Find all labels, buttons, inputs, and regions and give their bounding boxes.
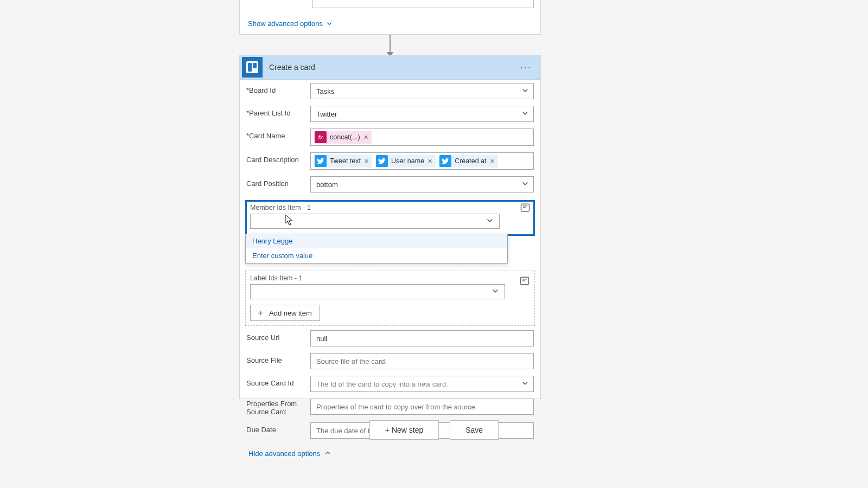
label-source-file: Source File xyxy=(246,353,310,364)
parent-list-value: Twitter xyxy=(316,110,337,118)
hide-advanced-label: Hide advanced options xyxy=(248,450,320,458)
chevron-up-icon xyxy=(324,450,331,458)
source-url-value: null xyxy=(316,335,327,343)
board-select[interactable]: Tasks xyxy=(310,83,534,99)
token-label: Created at xyxy=(455,157,486,165)
source-file-input[interactable] xyxy=(310,353,534,369)
trigger-input-stub[interactable] xyxy=(312,0,534,8)
switch-mode-icon[interactable] xyxy=(519,275,530,286)
label-props-src: Properties From Source Card xyxy=(246,399,310,416)
label-position: Card Position xyxy=(246,176,310,188)
show-advanced-label: Show advanced options xyxy=(248,20,323,28)
action-header[interactable]: Create a card ··· xyxy=(240,55,540,80)
show-advanced-link[interactable]: Show advanced options xyxy=(248,20,333,28)
member-ids-focus: Member Ids Item - 1 xyxy=(245,200,535,236)
action-title: Create a card xyxy=(269,63,520,72)
props-src-input[interactable] xyxy=(310,399,534,415)
source-card-select[interactable]: The Id of the card to copy into a new ca… xyxy=(310,376,534,392)
save-button[interactable]: Save xyxy=(450,420,499,440)
label-member-ids: Member Ids Item - 1 xyxy=(250,204,530,211)
flow-connector-arrow xyxy=(390,35,391,56)
member-ids-group: Member Ids Item - 1 xyxy=(245,200,535,236)
trello-icon xyxy=(242,57,263,78)
action-menu-button[interactable]: ··· xyxy=(520,62,535,73)
token-label: Tweet text xyxy=(330,157,361,165)
hide-advanced-link[interactable]: Hide advanced options xyxy=(248,450,540,458)
twitter-icon xyxy=(315,155,327,167)
chevron-down-icon xyxy=(521,110,529,119)
card-name-input[interactable]: fx concat(...) ✕ xyxy=(310,129,534,146)
new-step-label: + New step xyxy=(385,426,423,434)
label-card-name: Card Name xyxy=(246,129,310,140)
chevron-down-icon xyxy=(492,287,499,297)
new-step-button[interactable]: + New step xyxy=(369,420,439,440)
label-description: Card Description xyxy=(246,152,310,164)
chevron-down-icon xyxy=(326,21,333,27)
chevron-down-icon xyxy=(521,180,529,189)
token-user-name[interactable]: User name ✕ xyxy=(375,155,436,168)
label-source-card: Source Card Id xyxy=(246,376,310,387)
label-label-ids: Label Ids Item - 1 xyxy=(250,274,530,282)
label-ids-select[interactable] xyxy=(250,284,505,299)
member-ids-dropdown: Henry Legge Enter custom value xyxy=(245,234,508,264)
remove-token-icon[interactable]: ✕ xyxy=(490,158,495,165)
twitter-icon xyxy=(376,155,388,167)
board-select-value: Tasks xyxy=(316,87,334,95)
plus-icon: ＋ xyxy=(256,309,265,317)
dropdown-option-custom[interactable]: Enter custom value xyxy=(246,248,507,263)
token-fx-concat[interactable]: fx concat(...) ✕ xyxy=(314,131,372,144)
dropdown-option[interactable]: Henry Legge xyxy=(246,234,507,248)
chevron-down-icon xyxy=(486,217,494,226)
flow-footer: + New step Save xyxy=(0,420,868,440)
remove-token-icon[interactable]: ✕ xyxy=(427,158,432,165)
add-item-label: Add new item xyxy=(269,309,312,317)
fx-icon: fx xyxy=(315,131,327,143)
description-input[interactable]: Tweet text ✕ User name ✕ Created at ✕ xyxy=(310,152,534,170)
remove-token-icon[interactable]: ✕ xyxy=(363,134,368,141)
chevron-down-icon xyxy=(521,380,529,389)
token-fx-label: concat(...) xyxy=(330,133,360,141)
token-tweet-text[interactable]: Tweet text ✕ xyxy=(314,155,372,168)
switch-mode-icon[interactable] xyxy=(520,202,531,213)
add-item-button[interactable]: ＋ Add new item xyxy=(250,305,320,321)
source-url-input[interactable]: null xyxy=(310,330,534,346)
position-select[interactable]: bottom xyxy=(310,176,534,192)
label-source-url: Source Url xyxy=(246,330,310,342)
member-ids-select[interactable] xyxy=(250,214,500,229)
label-ids-group: Label Ids Item - 1 ＋ Add new item xyxy=(245,271,535,326)
label-parent-list: Parent List Id xyxy=(246,106,310,117)
token-created-at[interactable]: Created at ✕ xyxy=(439,155,497,168)
label-board: Board Id xyxy=(246,83,310,94)
position-value: bottom xyxy=(316,181,338,189)
twitter-icon xyxy=(439,155,451,167)
save-label: Save xyxy=(465,426,483,434)
parent-list-select[interactable]: Twitter xyxy=(310,106,534,122)
source-card-placeholder: The Id of the card to copy into a new ca… xyxy=(316,380,448,388)
action-card: Create a card ··· Board Id Tasks Parent xyxy=(239,55,541,399)
trigger-card: Show advanced options xyxy=(239,0,541,35)
chevron-down-icon xyxy=(521,87,529,96)
remove-token-icon[interactable]: ✕ xyxy=(364,158,369,165)
token-label: User name xyxy=(391,157,424,165)
